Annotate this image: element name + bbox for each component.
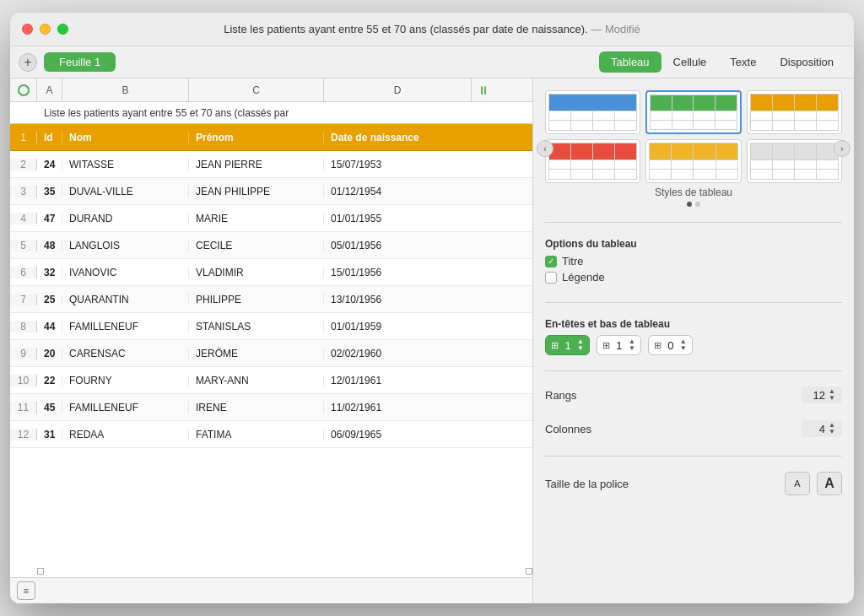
table-row[interactable]: 9 20 CARENSAC JERÔME 02/02/1960 xyxy=(10,340,532,367)
maximize-button[interactable] xyxy=(57,24,68,35)
table-row[interactable]: 12 31 REDAA FATIMA 06/09/1965 xyxy=(10,421,532,448)
cell-prenom: JEAN PIERRE xyxy=(189,159,324,170)
row-num: 4 xyxy=(10,213,37,224)
cell-id: 35 xyxy=(37,186,62,197)
add-sheet-button[interactable]: + xyxy=(19,53,37,72)
styles-label: Styles de tableau xyxy=(545,186,842,198)
font-small-label: A xyxy=(794,478,800,489)
style-item-2[interactable] xyxy=(645,90,741,134)
table-row[interactable]: 4 47 DURAND MARIE 01/01/1955 xyxy=(10,205,532,232)
tab-cellule[interactable]: Cellule xyxy=(662,51,719,73)
pause-icon: ⏸ xyxy=(472,84,495,97)
cell-id: 44 xyxy=(37,321,62,332)
header-cell-id: id xyxy=(37,132,62,143)
style-item-3[interactable] xyxy=(747,90,842,134)
stepper-1-value: 1 xyxy=(562,339,574,352)
stepper-1-down[interactable]: ▼ xyxy=(577,345,584,352)
cell-dob: 15/01/1956 xyxy=(324,267,472,278)
table-row[interactable]: 5 48 LANGLOIS CECILE 05/01/1956 xyxy=(10,232,532,259)
row-num: 7 xyxy=(10,294,37,305)
row-num: 2 xyxy=(10,159,37,170)
style-item-1[interactable] xyxy=(545,90,640,134)
traffic-lights xyxy=(22,24,68,35)
bottom-menu-button[interactable]: ≡ xyxy=(17,581,35,600)
row-num: 6 xyxy=(10,267,37,278)
cell-prenom: STANISLAS xyxy=(189,321,324,332)
close-button[interactable] xyxy=(22,24,33,35)
stepper-2-value: 1 xyxy=(613,339,625,352)
cell-dob: 01/01/1959 xyxy=(324,321,472,332)
stepper-3-down[interactable]: ▼ xyxy=(680,345,687,352)
divider-1 xyxy=(545,222,842,223)
col-header-c: C xyxy=(189,78,324,102)
font-buttons: A A xyxy=(785,472,842,495)
table-row[interactable]: 10 22 FOURNY MARY-ANN 12/01/1961 xyxy=(10,367,532,394)
stepper-2-down[interactable]: ▼ xyxy=(629,345,635,352)
dot-2[interactable] xyxy=(695,202,700,207)
font-decrease-button[interactable]: A xyxy=(785,472,810,495)
rangs-down[interactable]: ▼ xyxy=(829,395,835,402)
dot-1[interactable] xyxy=(687,202,692,207)
tab-texte[interactable]: Texte xyxy=(718,51,768,73)
window-title: Liste les patients ayant entre 55 et 70 … xyxy=(224,23,640,35)
divider-4 xyxy=(545,456,842,457)
divider-3 xyxy=(545,370,842,371)
cell-dob: 01/01/1955 xyxy=(324,213,472,224)
column-ruler: A B C D ⏸ xyxy=(10,78,532,102)
style-item-5[interactable] xyxy=(645,139,741,183)
cell-nom: FAMILLENEUF xyxy=(62,321,189,332)
titre-checkbox-row: Titre xyxy=(545,255,842,267)
stepper-2-arrows: ▲ ▼ xyxy=(629,338,635,352)
table-row[interactable]: 11 45 FAMILLENEUF IRENE 11/02/1961 xyxy=(10,394,532,421)
ruler-corner xyxy=(10,78,37,102)
row-num: 5 xyxy=(10,240,37,251)
rangs-row: Rangs 12 ▲ ▼ xyxy=(545,386,842,403)
table-row[interactable]: 3 35 DUVAL-VILLE JEAN PHILIPPE 01/12/195… xyxy=(10,178,532,205)
tab-disposition[interactable]: Disposition xyxy=(768,51,845,73)
cell-nom: FAMILLENEUF xyxy=(62,402,189,413)
table-row[interactable]: 2 24 WITASSE JEAN PIERRE 15/07/1953 xyxy=(10,151,532,178)
style-item-4[interactable] xyxy=(545,139,640,183)
options-section: Options du tableau Titre Légende xyxy=(545,238,842,287)
sheet-tab[interactable]: Feuille 1 xyxy=(44,52,116,72)
cell-id: 45 xyxy=(37,402,62,413)
table-row[interactable]: 7 25 QUARANTIN PHILIPPE 13/10/1956 xyxy=(10,286,532,313)
colonnes-down[interactable]: ▼ xyxy=(829,429,835,435)
minimize-button[interactable] xyxy=(40,24,51,35)
table-row[interactable]: 8 44 FAMILLENEUF STANISLAS 01/01/1959 xyxy=(10,313,532,340)
tab-tableau[interactable]: Tableau xyxy=(599,51,662,73)
main-content: A B C D ⏸ Liste les patients ayant entre… xyxy=(10,78,854,603)
stepper-1-arrows: ▲ ▼ xyxy=(577,338,584,352)
data-rows: 2 24 WITASSE JEAN PIERRE 15/07/1953 3 35… xyxy=(10,151,532,448)
carousel-left-arrow[interactable]: ‹ xyxy=(537,140,554,157)
style-item-6[interactable] xyxy=(747,139,842,183)
cell-nom: DUVAL-VILLE xyxy=(62,186,189,197)
cell-nom: QUARANTIN xyxy=(62,294,189,305)
row-num: 9 xyxy=(10,348,37,359)
caption-text: Liste les patients ayant entre 55 et 70 … xyxy=(37,107,289,119)
table-row[interactable]: 6 32 IVANOVIC VLADIMIR 15/01/1956 xyxy=(10,259,532,286)
stepper-1: ⊞ 1 ▲ ▼ xyxy=(545,335,590,355)
resize-handle-right[interactable] xyxy=(526,568,532,575)
row-num: 3 xyxy=(10,186,37,197)
titre-label: Titre xyxy=(562,255,584,267)
cell-nom: WITASSE xyxy=(62,159,189,170)
legende-checkbox[interactable] xyxy=(545,272,557,284)
colonnes-value-group: 4 ▲ ▼ xyxy=(802,420,842,437)
cell-dob: 12/01/1961 xyxy=(324,375,472,386)
stepper-3-value: 0 xyxy=(665,339,677,352)
carousel-right-arrow[interactable]: › xyxy=(834,140,850,157)
panel-tabs: Tableau Cellule Texte Disposition xyxy=(599,51,845,73)
style-carousel: ‹ xyxy=(545,90,842,207)
cell-dob: 11/02/1961 xyxy=(324,402,472,413)
font-increase-button[interactable]: A xyxy=(817,472,842,495)
titre-checkbox[interactable] xyxy=(545,256,557,267)
headers-title: En-têtes et bas de tableau xyxy=(545,318,842,330)
modified-label: — Modifié xyxy=(591,23,640,35)
titlebar: Liste les patients ayant entre 55 et 70 … xyxy=(10,13,854,46)
header-cell-dob: Date de naissance xyxy=(324,132,472,143)
cell-dob: 15/07/1953 xyxy=(324,159,472,170)
options-title: Options du tableau xyxy=(545,238,842,250)
stepper-3-grid-icon: ⊞ xyxy=(654,340,662,351)
resize-handle-left[interactable] xyxy=(37,568,44,575)
